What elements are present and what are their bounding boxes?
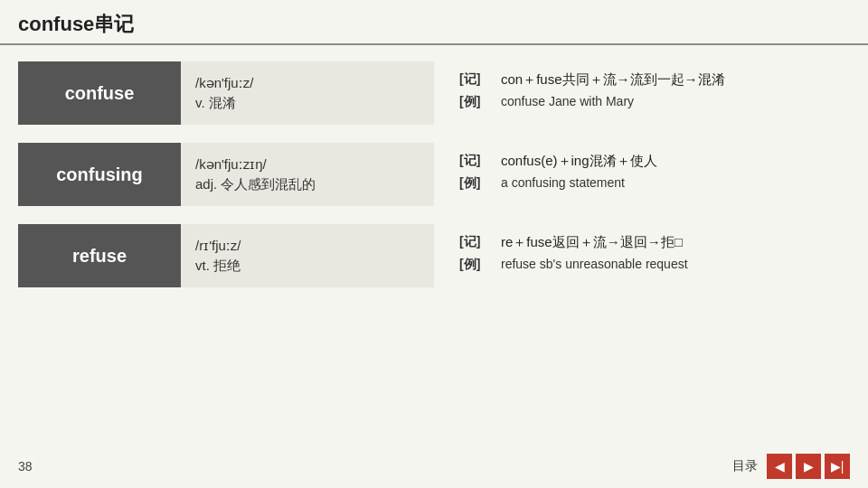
example-text-refuse: refuse sb's unreasonable request — [501, 257, 688, 271]
nav-area: 目录 ◀ ▶ ▶| — [732, 454, 850, 479]
next-button[interactable]: ▶ — [796, 454, 821, 479]
prev-button[interactable]: ◀ — [767, 454, 792, 479]
mnemonic-text-confuse: con＋fuse共同＋流→流到一起→混淆 — [501, 71, 725, 89]
definition-refuse: vt. 拒绝 — [195, 258, 420, 275]
example-label-refuse: [例] — [459, 257, 492, 273]
content-area: confuse /kən'fjuːz/ v. 混淆 [记] con＋fuse共同… — [0, 61, 868, 287]
phonetic-def-confusing: /kən'fjuːzɪŋ/ adj. 令人感到混乱的 — [181, 143, 434, 206]
mnemonic-label-confusing: [记] — [459, 153, 492, 169]
right-section-confusing: [记] confus(e)＋ing混淆＋使人 [例] a confusing s… — [434, 143, 850, 206]
right-section-refuse: [记] re＋fuse返回＋流→退回→拒□ [例] refuse sb's un… — [434, 224, 850, 287]
example-text-confuse: confuse Jane with Mary — [501, 94, 634, 108]
page-number: 38 — [18, 459, 33, 474]
mnemonic-line-confuse: [记] con＋fuse共同＋流→流到一起→混淆 — [459, 71, 850, 89]
mnemonic-text-confusing: confus(e)＋ing混淆＋使人 — [501, 153, 657, 170]
word-row-refuse: refuse /rɪ'fjuːz/ vt. 拒绝 [记] re＋fuse返回＋流… — [18, 224, 850, 287]
last-button[interactable]: ▶| — [825, 454, 850, 479]
word-row-confusing: confusing /kən'fjuːzɪŋ/ adj. 令人感到混乱的 [记]… — [18, 143, 850, 206]
mnemonic-line-confusing: [记] confus(e)＋ing混淆＋使人 — [459, 153, 850, 170]
mnemonic-label-refuse: [记] — [459, 234, 492, 250]
example-label-confuse: [例] — [459, 94, 492, 110]
word-card-refuse: refuse — [18, 224, 181, 287]
phonetic-confuse: /kən'fjuːz/ — [195, 75, 420, 91]
example-label-confusing: [例] — [459, 175, 492, 192]
word-confusing: confusing — [56, 164, 143, 185]
definition-confuse: v. 混淆 — [195, 95, 420, 112]
example-line-confusing: [例] a confusing statement — [459, 175, 850, 192]
definition-confusing: adj. 令人感到混乱的 — [195, 176, 420, 193]
phonetic-refuse: /rɪ'fjuːz/ — [195, 238, 420, 254]
example-text-confusing: a confusing statement — [501, 175, 625, 190]
word-refuse: refuse — [72, 246, 127, 267]
word-confuse: confuse — [65, 83, 135, 104]
word-card-confuse: confuse — [18, 61, 181, 125]
phonetic-def-confuse: /kən'fjuːz/ v. 混淆 — [181, 61, 434, 125]
mnemonic-line-refuse: [记] re＋fuse返回＋流→退回→拒□ — [459, 234, 850, 251]
phonetic-confusing: /kən'fjuːzɪŋ/ — [195, 156, 420, 173]
phonetic-def-refuse: /rɪ'fjuːz/ vt. 拒绝 — [181, 224, 434, 287]
word-card-confusing: confusing — [18, 143, 181, 206]
word-row-confuse: confuse /kən'fjuːz/ v. 混淆 [记] con＋fuse共同… — [18, 61, 850, 125]
page-title: confuse串记 — [0, 0, 868, 45]
mnemonic-label-confuse: [记] — [459, 71, 492, 88]
example-line-confuse: [例] confuse Jane with Mary — [459, 94, 850, 110]
example-line-refuse: [例] refuse sb's unreasonable request — [459, 257, 850, 273]
nav-label: 目录 — [732, 458, 758, 474]
right-section-confuse: [记] con＋fuse共同＋流→流到一起→混淆 [例] confuse Jan… — [434, 61, 850, 125]
mnemonic-text-refuse: re＋fuse返回＋流→退回→拒□ — [501, 234, 683, 251]
footer: 38 目录 ◀ ▶ ▶| — [0, 454, 868, 479]
